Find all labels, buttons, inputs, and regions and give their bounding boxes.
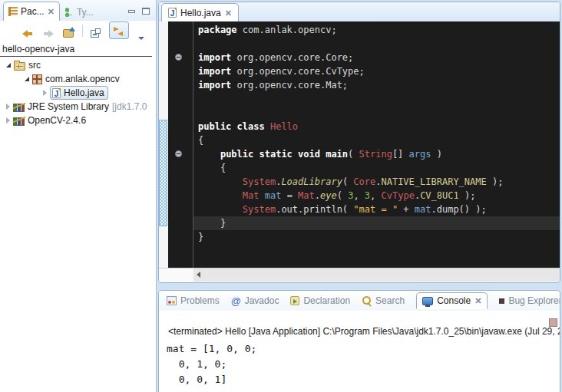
code-line bbox=[198, 106, 560, 120]
collapsed-arrow-icon[interactable] bbox=[6, 104, 10, 110]
tab-problems[interactable]: Problems bbox=[167, 295, 220, 306]
view-menu-button[interactable] bbox=[134, 24, 150, 38]
collapsed-arrow-icon[interactable] bbox=[6, 117, 10, 124]
code-line: System.out.println( "mat = " + mat.dump(… bbox=[198, 203, 560, 216]
tree-item-hello-java[interactable]: Hello.java bbox=[0, 86, 156, 100]
minimize-icon[interactable] bbox=[128, 10, 135, 13]
java-file-icon bbox=[52, 88, 61, 98]
bug-icon bbox=[499, 298, 504, 304]
console-output[interactable]: mat = [1, 0, 0; 0, 1, 0; 0, 0, 1] bbox=[167, 341, 256, 387]
declaration-icon bbox=[290, 296, 299, 305]
tree-item-label: src bbox=[28, 60, 41, 71]
expanded-arrow-icon[interactable] bbox=[25, 77, 29, 81]
tab-declaration[interactable]: Declaration bbox=[290, 295, 350, 306]
view-window-buttons bbox=[128, 8, 156, 21]
close-icon[interactable] bbox=[474, 297, 481, 305]
view-tabbar: Pac... Ty... bbox=[0, 0, 156, 21]
editor-tab-label: Hello.java bbox=[180, 8, 221, 18]
problems-icon bbox=[167, 296, 177, 305]
up-button[interactable] bbox=[61, 24, 77, 38]
java-file-icon bbox=[168, 8, 177, 18]
tab-label: Javadoc bbox=[245, 295, 279, 306]
tree-item-src[interactable]: src bbox=[0, 58, 156, 72]
link-with-editor-icon bbox=[113, 27, 124, 36]
tab-console[interactable]: Console bbox=[416, 292, 488, 309]
package-explorer-view: Pac... Ty... hello-opencv-java bbox=[0, 0, 157, 392]
code-line: { bbox=[198, 161, 560, 175]
tree-item-opencv-2-4-6[interactable]: OpenCV-2.4.6 bbox=[0, 114, 156, 127]
range-indicator bbox=[159, 120, 167, 226]
annotation-ruler[interactable] bbox=[159, 21, 168, 268]
close-icon[interactable] bbox=[225, 9, 232, 17]
scroll-left-arrow[interactable] bbox=[197, 272, 200, 278]
library-icon bbox=[13, 117, 25, 126]
expanded-arrow-icon[interactable] bbox=[6, 63, 11, 68]
console-status: <terminated> Hello [Java Application] C:… bbox=[168, 326, 560, 337]
editor-tabbar: Hello.java bbox=[159, 2, 560, 21]
tab-search[interactable]: Search bbox=[362, 295, 405, 306]
forward-button[interactable] bbox=[41, 24, 56, 38]
link-with-editor-button[interactable] bbox=[109, 21, 129, 39]
code-editor[interactable]: package com.anlak.opencv;import org.open… bbox=[159, 21, 560, 268]
tree-item-label: JRE System Library bbox=[28, 101, 109, 112]
collapsed-arrow-icon[interactable] bbox=[43, 90, 47, 96]
eclipse-window: Pac... Ty... hello-opencv-java bbox=[0, 0, 562, 392]
back-arrow-icon bbox=[22, 30, 33, 38]
package-explorer-icon bbox=[8, 7, 18, 16]
collapse-all-button[interactable] bbox=[88, 24, 104, 38]
tab-type-hierarchy[interactable]: Ty... bbox=[60, 4, 98, 21]
package-icon bbox=[32, 74, 42, 84]
tree-selection: Hello.java bbox=[50, 86, 108, 100]
tab-package-explorer[interactable]: Pac... bbox=[3, 2, 60, 21]
project-root-underline bbox=[0, 56, 152, 57]
console-output-line: 0, 0, 1] bbox=[167, 372, 256, 387]
tree-item-jre-system-library[interactable]: JRE System Library [jdk1.7.0 bbox=[0, 100, 156, 114]
code-line: System.LoadLibrary( Core.NATIVE_LIBRARY_… bbox=[198, 175, 560, 189]
console-icon bbox=[422, 297, 433, 305]
tab-label: Console bbox=[437, 295, 471, 306]
console-output-line: 0, 1, 0; bbox=[167, 357, 256, 372]
code-line: import org.opencv.core.Mat; bbox=[198, 78, 560, 92]
type-hierarchy-icon bbox=[64, 8, 74, 17]
code-text[interactable]: package com.anlak.opencv;import org.open… bbox=[193, 21, 560, 268]
code-line bbox=[198, 37, 560, 51]
code-line: Mat mat = Mat.eye( 3, 3, CvType.CV_8UC1 … bbox=[198, 189, 560, 203]
horizontal-scrollbar[interactable] bbox=[159, 268, 560, 282]
forward-arrow-icon bbox=[43, 30, 54, 38]
library-icon bbox=[13, 104, 25, 112]
code-line: } bbox=[193, 216, 560, 230]
tree-item-label: OpenCV-2.4.6 bbox=[28, 115, 86, 126]
bottom-tabbar: ProblemsJavadocDeclarationSearchConsoleB… bbox=[159, 291, 560, 311]
editor-area: Hello.java package com.anlak.opencv;impo… bbox=[158, 2, 560, 283]
tab-label: Problems bbox=[180, 295, 220, 306]
fold-marker-icon[interactable] bbox=[175, 54, 182, 61]
close-icon[interactable] bbox=[48, 8, 55, 15]
javadoc-icon bbox=[231, 296, 241, 306]
up-folder-icon bbox=[63, 29, 74, 38]
code-line: } bbox=[198, 230, 560, 244]
code-line: public class Hello bbox=[198, 120, 560, 133]
tab-label: Pac... bbox=[21, 6, 45, 17]
view-menu-icon bbox=[138, 37, 144, 40]
tree-item-decoration: [jdk1.7.0 bbox=[112, 101, 147, 112]
fold-marker-icon[interactable] bbox=[175, 150, 182, 157]
tab-javadoc[interactable]: Javadoc bbox=[231, 295, 279, 306]
tree-item-com-anlak-opencv[interactable]: com.anlak.opencv bbox=[0, 72, 156, 86]
tree-item-label: com.anlak.opencv bbox=[45, 74, 120, 84]
code-line: public static void main( String[] args ) bbox=[198, 147, 560, 161]
tab-label: Ty... bbox=[77, 7, 94, 18]
tab-label: Search bbox=[375, 295, 405, 306]
project-tree: hello-opencv-java srccom.anlak.opencvHel… bbox=[0, 40, 156, 127]
fold-gutter[interactable] bbox=[168, 21, 193, 268]
maximize-icon[interactable] bbox=[142, 8, 150, 15]
back-button[interactable] bbox=[20, 24, 35, 38]
tab-label: Bug Explorer bbox=[508, 295, 560, 306]
tab-bug-explorer[interactable]: Bug Explorer bbox=[499, 295, 560, 306]
tab-label: Declaration bbox=[303, 295, 350, 306]
tree-item-project-root[interactable]: hello-opencv-java bbox=[0, 43, 156, 55]
code-line: import org.opencv.core.Core; bbox=[198, 51, 560, 64]
code-line: package com.anlak.opencv; bbox=[198, 23, 560, 37]
scrollbar-corner bbox=[159, 268, 193, 282]
tab-hello-java[interactable]: Hello.java bbox=[161, 3, 239, 21]
tree-item-label: Hello.java bbox=[64, 87, 104, 98]
